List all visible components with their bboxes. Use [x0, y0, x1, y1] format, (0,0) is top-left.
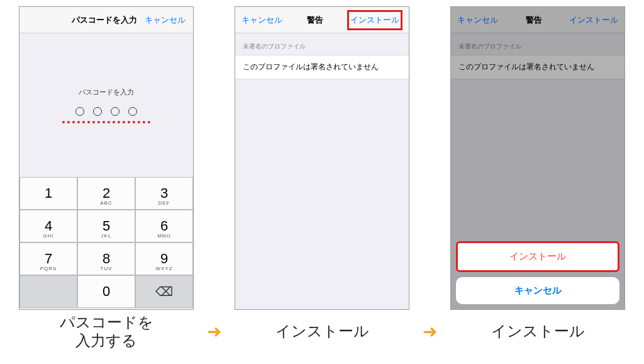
key-6[interactable]: 6MNO [135, 210, 193, 242]
install-button[interactable]: インストール [569, 14, 618, 26]
arrow-icon: ➜ [418, 321, 443, 342]
caption-2: インストール [235, 322, 409, 341]
cancel-button[interactable]: キャンセル [457, 14, 498, 26]
profile-section-label: 未署名のプロファイル [451, 33, 625, 55]
profile-unsigned-row: このプロファイルは署名されていません [451, 55, 625, 79]
key-7[interactable]: 7PQRS [19, 242, 77, 275]
caption-1: パスコードを 入力する [19, 314, 194, 350]
passcode-prompt: パスコードを入力 [79, 88, 134, 97]
passcode-dots [75, 107, 137, 116]
sheet-install-button[interactable]: インストール [456, 241, 619, 272]
backspace-icon: ⌫ [155, 284, 173, 299]
cancel-button[interactable]: キャンセル [145, 14, 186, 26]
key-3[interactable]: 3DEF [135, 177, 193, 210]
caption-3: インストール [450, 322, 625, 341]
passcode-dot [128, 107, 137, 116]
header-title: 警告 [526, 14, 542, 26]
passcode-dot [75, 107, 84, 116]
key-8[interactable]: 8TUV [77, 242, 135, 275]
key-backspace[interactable]: ⌫ [135, 275, 193, 308]
numeric-keypad: 1 2ABC 3DEF 4GHI 5JKL 6MNO 7PQRS 8TUV 9W… [19, 177, 193, 308]
highlight-underline [62, 121, 150, 123]
cancel-button[interactable]: キャンセル [242, 14, 282, 26]
profile-section-label: 未署名のプロファイル [235, 33, 409, 55]
arrow-icon: ➜ [202, 321, 227, 342]
screen-warning-install: キャンセル 警告 インストール 未署名のプロファイル このプロファイルは署名され… [235, 6, 409, 310]
sheet-cancel-button[interactable]: キャンセル [456, 277, 619, 304]
passcode-dot [111, 107, 119, 116]
key-5[interactable]: 5JKL [77, 210, 135, 242]
screen-passcode: パスコードを入力 キャンセル パスコードを入力 1 2ABC 3DEF 4GHI… [19, 6, 194, 310]
action-sheet: インストール キャンセル [456, 241, 619, 304]
key-4[interactable]: 4GHI [19, 210, 77, 242]
key-1[interactable]: 1 [19, 177, 77, 210]
passcode-body: パスコードを入力 [19, 33, 193, 177]
passcode-dot [93, 107, 102, 116]
install-button[interactable]: インストール [347, 10, 402, 30]
key-2[interactable]: 2ABC [77, 177, 135, 210]
key-9[interactable]: 9WXYZ [135, 242, 193, 275]
captions-row: パスコードを 入力する ➜ インストール ➜ インストール [0, 310, 644, 350]
warning-header: キャンセル 警告 インストール [235, 7, 409, 33]
passcode-title: パスコードを入力 [72, 14, 137, 26]
key-empty [19, 275, 77, 308]
passcode-header: パスコードを入力 キャンセル [19, 7, 193, 33]
key-0[interactable]: 0 [77, 275, 135, 308]
header-title: 警告 [307, 14, 323, 26]
warning-header: キャンセル 警告 インストール [451, 7, 625, 33]
profile-unsigned-row: このプロファイルは署名されていません [235, 55, 409, 79]
screens-row: パスコードを入力 キャンセル パスコードを入力 1 2ABC 3DEF 4GHI… [0, 0, 644, 310]
screen-install-sheet: キャンセル 警告 インストール 未署名のプロファイル このプロファイルは署名され… [450, 6, 625, 310]
